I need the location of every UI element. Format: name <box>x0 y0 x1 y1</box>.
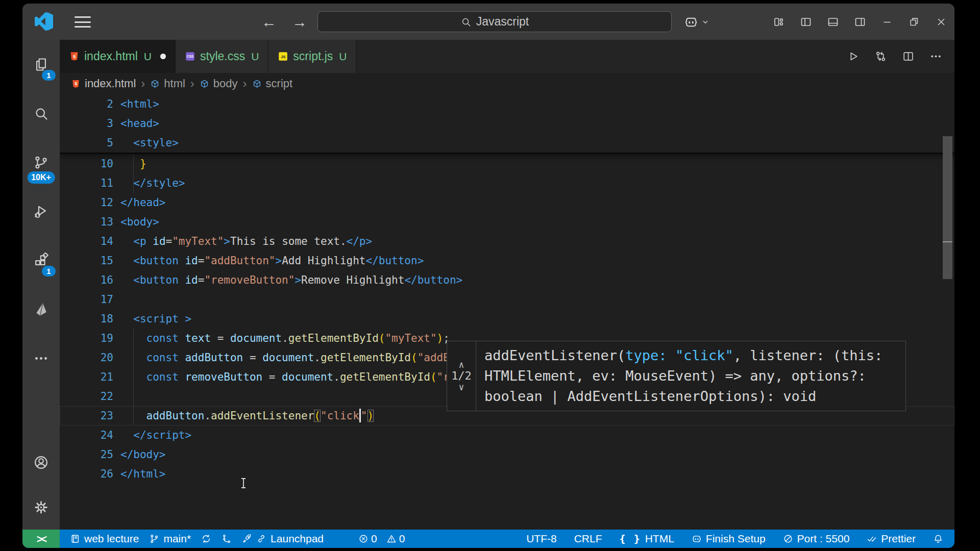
statusbar-copilot-setup[interactable]: Finish Setup <box>687 530 771 548</box>
code-line-5[interactable]: 5 <style> <box>60 133 954 153</box>
breadcrumb-body[interactable]: body <box>200 77 238 90</box>
chevron-up-icon[interactable]: ∧ <box>459 360 464 369</box>
split-editor-button[interactable] <box>896 45 920 68</box>
activitybar-search[interactable] <box>22 89 60 138</box>
copilot-icon <box>692 534 702 544</box>
chevron-down-icon <box>701 17 710 27</box>
line-number: 23 <box>60 406 113 425</box>
play-icon <box>847 50 860 63</box>
minimize-button[interactable] <box>873 4 900 40</box>
line-number: 20 <box>60 348 113 367</box>
remote-indicator[interactable]: >< <box>22 530 60 548</box>
statusbar-sync-changes[interactable] <box>196 530 216 548</box>
tab-index.html[interactable]: 5index.htmlU <box>60 40 176 73</box>
back-button[interactable]: ← <box>261 14 277 30</box>
logo-icon <box>35 12 53 31</box>
code-line-18[interactable]: 18 <script > <box>60 309 954 329</box>
restore-button[interactable] <box>900 4 927 40</box>
code-editor[interactable]: 2<html>3<head>5 <style> 10 }11 </style>1… <box>60 94 954 530</box>
breadcrumb-file[interactable]: 5index.html <box>71 77 136 90</box>
tab-label: script.js <box>293 49 333 63</box>
minimize-icon <box>881 16 893 28</box>
statusbar-workspace[interactable]: web lecture <box>65 530 144 548</box>
statusbar-notifications[interactable] <box>928 530 948 548</box>
scrollbar-thumb[interactable] <box>943 136 952 279</box>
code-line-25[interactable]: 25</body> <box>60 445 954 464</box>
tab-label: style.css <box>200 49 245 63</box>
unsaved-dot[interactable] <box>160 54 166 59</box>
code-line-24[interactable]: 24 </script> <box>60 425 954 445</box>
close-button[interactable] <box>927 4 954 40</box>
statusbar-git-branch[interactable]: main* <box>144 530 196 548</box>
activitybar-manage[interactable] <box>22 485 60 530</box>
activitybar-additional-views[interactable] <box>22 334 60 383</box>
badge: 1 <box>42 70 56 81</box>
line-number: 21 <box>60 367 113 387</box>
code-line-14[interactable]: 14 <p id="myText">This is some text.</p> <box>60 232 954 251</box>
cube-icon <box>200 79 209 89</box>
line-number: 17 <box>60 290 113 309</box>
code-line-17[interactable]: 17 <box>60 290 954 309</box>
indent-guide <box>133 329 134 425</box>
parameter-hint-popup: ∧ 1/2 ∨ addEventListener(type: "click", … <box>447 341 906 411</box>
braces-icon: { } <box>620 533 641 545</box>
vscode-logo-icon <box>35 12 53 31</box>
activitybar-explorer[interactable]: 1 <box>22 40 60 89</box>
breadcrumb-html[interactable]: html <box>150 77 185 90</box>
run-code-button[interactable] <box>841 45 865 68</box>
tab-script.js[interactable]: JSscript.jsU <box>268 40 356 73</box>
bell-icon <box>933 534 943 544</box>
breadcrumb-script[interactable]: script <box>252 77 293 90</box>
code-line-16[interactable]: 16 <button id="removeButton">Remove High… <box>60 270 954 290</box>
line-number: 18 <box>60 309 113 329</box>
search-icon <box>460 16 472 28</box>
menu-icon[interactable] <box>75 16 91 28</box>
search-icon <box>33 106 49 121</box>
code-line-12[interactable]: 12</head> <box>60 193 954 212</box>
code-line-10[interactable]: 10 } <box>60 154 954 173</box>
rocket-icon <box>242 534 252 544</box>
copilot-menu[interactable] <box>684 12 710 32</box>
layout-panel-button[interactable] <box>819 4 846 40</box>
code-line-13[interactable]: 13<body> <box>60 212 954 232</box>
activitybar-source-control[interactable]: 10K+ <box>22 138 60 187</box>
activitybar-accounts[interactable] <box>22 440 60 485</box>
chevron-down-icon[interactable]: ∨ <box>459 383 464 392</box>
layout-right-button[interactable] <box>846 4 873 40</box>
copilot-icon <box>684 15 698 29</box>
statusbar-problems[interactable]: 00 <box>353 530 410 548</box>
history-nav: ← → <box>261 4 307 40</box>
tab-style.css[interactable]: CSSstyle.cssU <box>176 40 268 73</box>
open-changes-button[interactable] <box>869 45 892 68</box>
line-number: 14 <box>60 232 113 251</box>
activity-bar: 110K+1 <box>22 40 60 530</box>
statusbar-encoding[interactable]: UTF-8 <box>521 530 562 548</box>
breadcrumb: 5index.html›html›body›script <box>60 73 954 94</box>
forward-button[interactable]: → <box>292 14 307 30</box>
close-icon <box>936 16 947 28</box>
layout-left-button[interactable] <box>792 4 819 40</box>
more-actions-button[interactable] <box>924 45 947 68</box>
activitybar-extension-prism[interactable] <box>22 285 60 334</box>
code-line-3[interactable]: 3<head> <box>60 114 954 133</box>
statusbar-launchpad[interactable]: Launchpad <box>237 530 329 548</box>
activitybar-extensions[interactable]: 1 <box>22 236 60 285</box>
activitybar-run-and-debug[interactable] <box>22 187 60 236</box>
code-line-2[interactable]: 2<html> <box>60 94 954 114</box>
statusbar-source-control-graph[interactable] <box>216 530 237 548</box>
hint-pager: ∧ 1/2 ∨ <box>447 341 476 411</box>
code-line-26[interactable]: 26</html> <box>60 464 954 484</box>
command-center-search[interactable]: Javascript <box>317 11 672 32</box>
statusbar-formatter-prettier[interactable]: Prettier <box>862 530 921 548</box>
code-line-11[interactable]: 11 </style> <box>60 173 954 193</box>
status-bar: >< web lecturemain*Launchpad00 UTF-8CRLF… <box>22 530 954 548</box>
statusbar-live-server-port[interactable]: Port : 5500 <box>778 530 855 548</box>
prism-icon <box>33 302 49 317</box>
code-line-15[interactable]: 15 <button id="addButton">Add Highlight<… <box>60 251 954 270</box>
warning-icon <box>386 534 397 544</box>
indent-guide <box>133 154 134 193</box>
html5-icon: 5 <box>71 79 81 89</box>
statusbar-language-mode[interactable]: { }HTML <box>615 530 679 548</box>
layout-customize-button[interactable] <box>765 4 792 40</box>
statusbar-eol[interactable]: CRLF <box>569 530 607 548</box>
